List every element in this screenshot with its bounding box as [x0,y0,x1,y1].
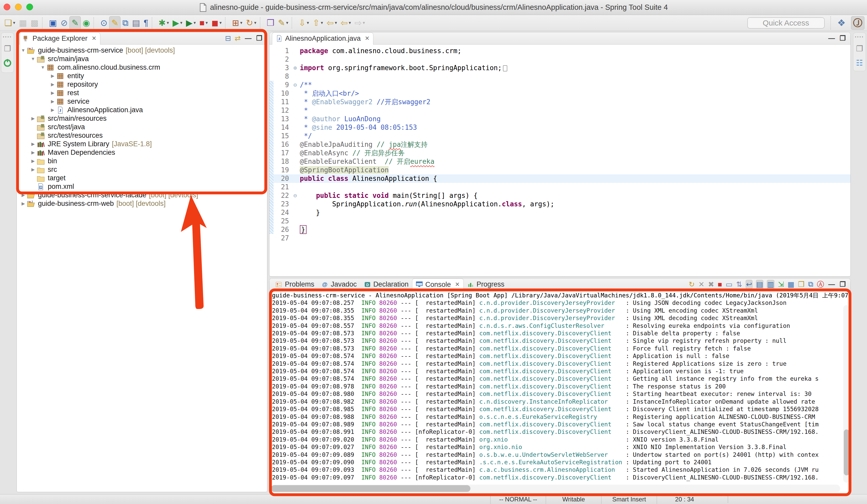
code-line-2[interactable]: 2 [269,55,850,64]
maximize-editor-icon[interactable]: ❐ [839,34,846,42]
close-window-icon[interactable] [3,4,10,10]
expand-arrow-icon[interactable]: ▶ [29,167,37,172]
code-line-9[interactable]: 9⊖/** [269,81,850,89]
code-line-21[interactable]: 21 [269,183,850,191]
expand-arrow-icon[interactable]: ▶ [29,150,37,155]
scrollbar-thumb[interactable] [844,429,849,475]
close-view-icon[interactable]: ✕ [92,35,96,42]
code-line-12[interactable]: 12 * [269,106,850,115]
debug-attach-icon[interactable]: ⊙ [98,16,109,30]
new-wizard-icon[interactable]: ❏▾ [3,16,17,30]
code-line-1[interactable]: 1package com.alinesno.cloud.business.crm… [269,47,850,55]
link-with-editor-icon[interactable]: ⇄ [235,34,240,43]
quick-access-input[interactable]: Quick Access [747,17,825,29]
skip-breakpoints-icon[interactable]: ⊘ [59,16,69,30]
code-line-19[interactable]: 19@SpringBootApplication [269,166,850,174]
tree-item-guide-business-crm-web[interactable]: ▶JMguide-business-crm-web[boot] [devtool… [17,199,267,208]
scrollbar-thumb[interactable] [271,485,470,492]
console-horizontal-scrollbar[interactable] [270,485,840,492]
minimize-window-icon[interactable] [15,4,22,10]
list-view-icon[interactable]: ▤ [130,16,142,30]
rail-handle[interactable]: •••• [3,35,12,39]
fold-toggle-icon[interactable]: ⊕ [290,64,300,72]
back-icon[interactable]: ⇦▾ [339,16,353,30]
minimize-editor-icon[interactable]: — [828,34,835,42]
zoom-window-icon[interactable] [26,4,33,10]
next-annotation-icon[interactable]: ⇩▾ [297,16,311,30]
tab-progress[interactable]: Progress [464,278,508,291]
minimize-view-icon[interactable]: — [828,281,835,288]
pilcrow-icon[interactable]: ¶ [142,16,150,30]
code-line-10[interactable]: 10 * 启动入口<br/> [269,89,850,98]
code-line-24[interactable]: 24 } [269,208,850,217]
code-line-11[interactable]: 11 * @EnableSwagger2 //开启swagger2 [269,98,850,106]
code-line-16[interactable]: 16@EnableJpaAuditing // jpa注解支持 [269,140,850,149]
tree-item-guide-business-crm-service-facade[interactable]: ▶JMguide-business-crm-service-facade[boo… [17,191,267,199]
outline-icon[interactable]: ☷ [856,58,863,67]
spring-boot-dashboard-icon[interactable] [3,58,12,69]
collapse-all-icon[interactable]: ⊟ [225,34,231,43]
copy-structure-icon[interactable]: ⧉ [120,16,130,30]
new-java-element-icon[interactable]: ⊞▾ [230,16,244,30]
console-vertical-scrollbar[interactable] [843,305,850,483]
mark-occurrences-icon[interactable]: ✎▾ [276,16,290,30]
tree-item-jre-system-library[interactable]: ▶JRE System Library[JavaSE-1.8] [17,140,267,148]
close-tab-icon[interactable]: ✕ [365,35,370,42]
expand-arrow-icon[interactable]: ▶ [19,201,27,206]
devtools-restart-icon[interactable]: ✎ [69,16,81,30]
fold-toggle-icon[interactable]: ⊖ [290,191,300,200]
tab-declaration[interactable]: DDeclaration [361,278,412,291]
tree-item-maven-dependencies[interactable]: ▶Maven Dependencies [17,148,267,157]
code-line-27[interactable]: 27 [269,234,850,242]
tree-item-src-main-resources[interactable]: ▶src/main/resources [17,114,267,123]
expand-arrow-icon[interactable]: ▶ [29,116,37,121]
tree-item-bin[interactable]: ▶bin [17,157,267,165]
code-line-14[interactable]: 14 * @sine 2019-05-04 08:05:153 [269,123,850,132]
tree-item-src-test-resources[interactable]: src/test/resources [17,131,267,140]
restore-views-icon[interactable]: ❐ [856,44,863,53]
remove-launch-icon[interactable]: ✕ [698,280,704,289]
boot-dashboard-icon[interactable]: ▣ [47,16,59,30]
open-resource-icon[interactable]: ❒ [265,16,276,30]
restore-views-icon[interactable]: ❐ [4,44,11,53]
expand-arrow-icon[interactable]: ▼ [39,65,47,70]
tab-problems[interactable]: Problems [272,278,318,291]
rail-handle[interactable]: •••• [855,35,864,39]
display-console-icon[interactable]: ▦ [788,280,794,289]
open-console-icon[interactable]: ❒ [798,280,804,289]
tree-item-guide-business-crm-service[interactable]: ▼JMguide-business-crm-service[boot] [dev… [17,46,267,55]
export-console-icon[interactable]: ⇲ [778,280,784,289]
code-line-13[interactable]: 13 * @author LuoAnDong [269,115,850,123]
tree-item-pom-xml[interactable]: Mpom.xml [17,182,267,191]
expand-arrow-icon[interactable]: ▶ [49,99,56,104]
fold-toggle-icon[interactable]: ⊖ [290,81,300,89]
stop-relaunch-icon[interactable]: ◼▾ [210,16,224,30]
spring-start-icon[interactable]: ◉ [81,16,92,30]
word-wrap-icon[interactable]: ↩ [746,280,752,289]
tree-item-service[interactable]: ▶service [17,97,267,106]
maximize-view-icon[interactable]: ❐ [839,281,846,288]
java-perspective-icon[interactable]: Ⓙ [851,16,864,30]
tab-javadoc[interactable]: @Javadoc [318,278,361,291]
tree-item-src-test-java[interactable]: src/test/java [17,123,267,131]
tree-item-src-main-java[interactable]: ▼src/main/java [17,55,267,63]
code-line-23[interactable]: 23 SpringApplication.run(AlinesnoApplica… [269,200,850,208]
folded-region-icon[interactable] [503,65,507,72]
code-line-20[interactable]: 20public class AlinesnoApplication { [269,174,850,183]
tree-item-com-alinesno-cloud-business-crm[interactable]: ▼com.alinesno.cloud.business.crm [17,63,267,72]
prev-annotation-icon[interactable]: ⇧▾ [311,16,325,30]
remove-all-terminated-icon[interactable]: ✖ [708,280,714,289]
scroll-lock-icon[interactable]: ⇅ [736,280,742,289]
highlighter-icon[interactable]: ✎ [109,16,120,30]
profile-icon[interactable]: ▶▾ [184,16,197,30]
expand-arrow-icon[interactable]: ▶ [49,107,56,113]
expand-arrow-icon[interactable]: ▶ [29,141,37,147]
code-line-8[interactable]: 8 [269,72,850,81]
code-line-22[interactable]: 22⊖ public static void main(String[] arg… [269,191,850,200]
tree-item-target[interactable]: target [17,174,267,182]
code-line-18[interactable]: 18@EnableEurekaClient // 开启eureka [269,157,850,166]
minimize-view-icon[interactable]: — [245,34,251,42]
expand-arrow-icon[interactable]: ▶ [29,158,37,164]
code-line-25[interactable]: 25 [269,217,850,226]
maven-update-icon[interactable]: ↻▾ [244,16,258,30]
